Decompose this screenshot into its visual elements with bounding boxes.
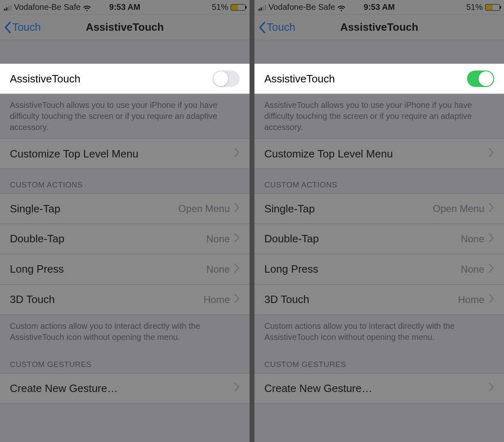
status-bar: Vodafone-Be Safe 9:53 AM 51% ⚡ [0,0,250,15]
back-button-label: Touch [12,21,41,34]
create-new-gesture-label: Create New Gesture… [264,382,488,395]
customize-top-level-menu-row[interactable]: Customize Top Level Menu [0,139,250,169]
custom-gestures-header: CUSTOM GESTURES [254,349,504,373]
chevron-right-icon [488,233,494,245]
battery-percent-label: 51% [466,2,483,12]
long-press-row[interactable]: Long Press None [0,254,250,285]
chevron-right-icon [488,383,494,394]
long-press-label: Long Press [264,263,461,276]
assistivetouch-description: AssistiveTouch allows you to use your iP… [254,94,504,139]
chevron-right-icon [488,294,494,305]
wifi-icon [337,4,346,11]
chevron-right-icon [234,383,240,394]
create-new-gesture-row[interactable]: Create New Gesture… [254,373,504,403]
double-tap-label: Double-Tap [264,232,461,245]
single-tap-label: Single-Tap [264,203,433,215]
assistivetouch-toggle-on[interactable] [467,71,494,87]
double-tap-value: None [206,233,230,245]
chevron-right-icon [488,148,494,159]
status-time: 9:53 AM [364,2,395,12]
custom-actions-footer: Custom actions allow you to interact dir… [254,315,504,349]
toggle-row-label: AssistiveTouch [10,73,213,85]
single-tap-value: Open Menu [179,203,230,214]
create-new-gesture-label: Create New Gesture… [10,382,234,395]
3d-touch-row[interactable]: 3D Touch Home [254,285,504,315]
custom-actions-header: CUSTOM ACTIONS [254,169,504,194]
customize-row-label: Customize Top Level Menu [10,148,234,160]
page-title: AssistiveTouch [340,21,418,34]
page-title: AssistiveTouch [86,21,164,34]
carrier-label: Vodafone-Be Safe [268,2,335,12]
status-time: 9:53 AM [109,2,140,12]
3d-touch-label: 3D Touch [10,293,204,306]
chevron-right-icon [234,233,240,245]
long-press-value: None [461,264,484,275]
long-press-value: None [206,264,230,275]
toggle-row-label: AssistiveTouch [264,73,467,85]
chevron-left-icon [259,22,266,33]
custom-actions-footer: Custom actions allow you to interact dir… [0,315,250,349]
double-tap-row[interactable]: Double-Tap None [254,224,504,254]
create-new-gesture-row[interactable]: Create New Gesture… [0,373,250,403]
assistivetouch-description: AssistiveTouch allows you to use your iP… [0,94,250,139]
chevron-right-icon [234,148,240,159]
chevron-right-icon [234,203,240,214]
double-tap-row[interactable]: Double-Tap None [0,224,250,254]
single-tap-label: Single-Tap [10,203,179,215]
battery-percent-label: 51% [212,2,228,12]
wifi-icon [83,4,91,11]
double-tap-label: Double-Tap [10,232,206,245]
back-button[interactable]: Touch [4,21,41,34]
customize-top-level-menu-row[interactable]: Customize Top Level Menu [254,139,504,169]
back-button-label: Touch [267,21,295,34]
chevron-right-icon [488,203,494,214]
custom-gestures-header: CUSTOM GESTURES [0,349,250,373]
single-tap-row[interactable]: Single-Tap Open Menu [0,194,250,224]
carrier-label: Vodafone-Be Safe [14,2,80,12]
customize-row-label: Customize Top Level Menu [264,148,488,160]
assistivetouch-toggle-off[interactable] [213,71,240,87]
cellular-signal-icon [259,4,266,11]
long-press-row[interactable]: Long Press None [254,254,504,285]
3d-touch-label: 3D Touch [264,293,458,306]
nav-bar: Touch AssistiveTouch [0,15,250,40]
3d-touch-value: Home [204,294,230,305]
chevron-left-icon [4,22,11,33]
nav-bar: Touch AssistiveTouch [254,15,504,40]
cellular-signal-icon [4,4,11,11]
long-press-label: Long Press [10,263,206,276]
right-pane: Vodafone-Be Safe 9:53 AM 51% ⚡ Touch Ass… [254,0,504,442]
chevron-right-icon [234,264,240,275]
double-tap-value: None [461,233,484,245]
chevron-right-icon [488,264,494,275]
left-pane: Vodafone-Be Safe 9:53 AM 51% ⚡ Touch Ass… [0,0,250,442]
assistivetouch-toggle-row[interactable]: AssistiveTouch [254,64,504,94]
assistivetouch-toggle-row[interactable]: AssistiveTouch [0,64,250,94]
custom-actions-header: CUSTOM ACTIONS [0,169,250,194]
chevron-right-icon [234,294,240,305]
battery-icon: ⚡ [231,4,245,11]
single-tap-row[interactable]: Single-Tap Open Menu [254,194,504,224]
3d-touch-row[interactable]: 3D Touch Home [0,285,250,315]
back-button[interactable]: Touch [259,21,295,34]
status-bar: Vodafone-Be Safe 9:53 AM 51% ⚡ [254,0,504,15]
battery-icon: ⚡ [485,4,500,11]
single-tap-value: Open Menu [433,203,484,214]
3d-touch-value: Home [458,294,484,305]
